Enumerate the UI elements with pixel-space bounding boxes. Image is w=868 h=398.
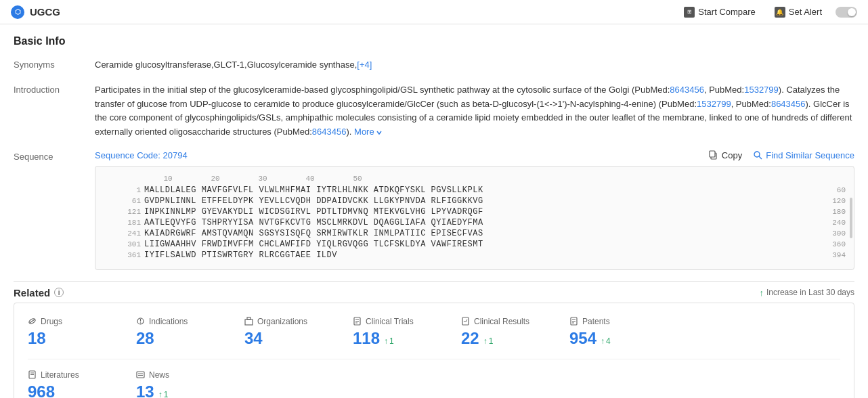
stat-value-row: 13 ↑ 1 (136, 382, 220, 398)
synonyms-row: Synonyms Ceramide glucosyltransferase,GL… (14, 58, 854, 72)
arrow-up-icon: ↑ (384, 336, 388, 346)
svg-rect-1 (710, 151, 715, 157)
stat-value-row: 18 (28, 329, 112, 348)
stat-label: Clinical Trials (353, 317, 437, 326)
svg-rect-10 (247, 317, 251, 319)
sequence-actions: Copy Find Similar Sequence (709, 150, 854, 160)
stat-badge: ↑ 1 (384, 336, 394, 346)
seq-num-right: 60 (819, 186, 846, 194)
arrow-up-icon: ↑ (601, 336, 605, 346)
sequence-line: 1MALLDLALEG MAVFGFVLFL VLWLMHFMAI IYTRLH… (104, 185, 846, 195)
pubmed5-link[interactable]: 8643456 (312, 127, 347, 137)
start-compare-button[interactable]: ⊞ Start Compare (678, 4, 761, 20)
sequence-line: 301LIIGWAAHHV FRWDIMVFFM CHCLAWFIFD YIQL… (104, 240, 846, 249)
stat-item[interactable]: Drugs 18 (28, 311, 123, 353)
chevron-down-icon (376, 129, 383, 136)
sequence-code[interactable]: Sequence Code: 20794 (95, 150, 188, 160)
intro-end2: ). (346, 127, 351, 137)
scrollbar[interactable] (850, 198, 852, 238)
seq-residues: IYIFLSALWD PTISWRTGRY RLRCGGTAEE ILDV (144, 250, 815, 260)
trial-icon (353, 317, 362, 326)
introduction-value: Participates in the initial step of the … (95, 83, 854, 139)
related-title: Related i (14, 287, 64, 298)
logo-icon: ⬡ (11, 5, 24, 19)
synonyms-label: Synonyms (14, 58, 95, 72)
main-content: Basic Info Synonyms Ceramide glucosyltra… (0, 24, 868, 398)
stat-label-text: News (149, 370, 169, 380)
svg-rect-9 (245, 319, 253, 325)
seq-num-left: 121 (104, 208, 141, 216)
sequence-header: Sequence Code: 20794 Copy Find Similar S… (95, 150, 854, 160)
stat-label: Patents (569, 317, 653, 326)
stat-item[interactable]: Patents 954 ↑ 4 (569, 311, 664, 353)
copy-label: Copy (722, 150, 742, 160)
intro-text-1: Participates in the initial step of the … (95, 85, 670, 95)
seq-num-left: 61 (104, 197, 141, 205)
pubmed4-link[interactable]: 8643456 (771, 99, 806, 109)
seq-num-left: 1 (104, 186, 141, 194)
basic-info-title: Basic Info (14, 35, 854, 47)
sequence-box[interactable]: 10 20 30 40 50 1MALLDLALEG MAVFGFVLFL VL… (95, 166, 854, 270)
svg-rect-24 (137, 372, 144, 378)
app-title: UGCG (30, 6, 60, 18)
alert-toggle[interactable] (836, 7, 857, 18)
stat-value-row: 118 ↑ 1 (353, 329, 437, 348)
arrow-up-icon: ↑ (483, 336, 487, 346)
more-link[interactable]: More (354, 125, 383, 139)
org-icon (244, 317, 254, 326)
seq-num-right: 360 (819, 240, 846, 248)
stat-number: 118 (353, 329, 380, 348)
stat-badge: ↑ 1 (483, 336, 494, 346)
svg-line-3 (759, 156, 762, 159)
related-info-icon[interactable]: i (54, 288, 64, 297)
sequence-row: Sequence Sequence Code: 20794 Copy Find … (14, 150, 854, 270)
stat-number: 13 (136, 382, 154, 398)
stat-badge: ↑ 1 (158, 390, 169, 398)
stat-item[interactable]: News 13 ↑ 1 (136, 365, 231, 398)
stat-label: News (136, 370, 220, 380)
compare-icon: ⊞ (684, 7, 695, 18)
sequence-label: Sequence (14, 150, 95, 270)
synonyms-more-link[interactable]: [+4] (357, 60, 372, 70)
stat-item[interactable]: Clinical Trials 118 ↑ 1 (353, 311, 448, 353)
set-alert-button[interactable]: 🔔 Set Alert (769, 4, 827, 20)
seq-num-left: 241 (104, 229, 141, 238)
stats-container: Drugs 18 Indications 28 Organizations 34 (14, 303, 854, 398)
find-similar-button[interactable]: Find Similar Sequence (753, 150, 854, 160)
stat-item[interactable]: Literatures 968 (28, 365, 123, 398)
seq-residues: KAIADRGWRF AMSTQVAMQN SGSYSISQFQ SRMIRWT… (144, 229, 815, 238)
sequence-lines: 1MALLDLALEG MAVFGFVLFL VLWLMHFMAI IYTRLH… (104, 185, 846, 260)
pubmed1-link[interactable]: 8643456 (670, 85, 704, 95)
find-similar-label: Find Similar Sequence (766, 150, 854, 160)
seq-num-right: 240 (819, 219, 846, 227)
toggle-knob (848, 8, 856, 16)
pubmed2-link[interactable]: 1532799 (744, 85, 779, 95)
stat-item[interactable]: Clinical Results 22 ↑ 1 (461, 311, 556, 353)
seq-residues: INPKINNLMP GYEVAKYDLI WICDSGIRVL PDTLTDM… (144, 207, 815, 217)
stat-number: 968 (28, 382, 55, 398)
stat-label: Organizations (244, 317, 328, 326)
related-label: Related (14, 287, 50, 298)
introduction-label: Introduction (14, 83, 95, 139)
svg-point-2 (754, 152, 760, 157)
seq-residues: MALLDLALEG MAVFGFVLFL VLWLMHFMAI IYTRLHL… (144, 185, 815, 195)
stat-label-text: Clinical Trials (366, 317, 414, 326)
indication-icon (136, 317, 146, 326)
start-compare-label: Start Compare (698, 7, 756, 17)
svg-point-8 (140, 323, 142, 324)
sequence-line: 241KAIADRGWRF AMSTQVAMQN SGSYSISQFQ SRMI… (104, 229, 846, 238)
related-header: Related i ↑ Increase in Last 30 days (14, 281, 854, 303)
stat-label: Drugs (28, 317, 112, 326)
seq-residues: AATLEQVYFG TSHPRYYISA NVTGFKCVTG MSCLMRK… (144, 218, 815, 227)
stats-row2: Literatures 968 News 13 ↑ 1 (28, 359, 840, 398)
copy-button[interactable]: Copy (709, 150, 742, 160)
news-icon (136, 370, 146, 380)
arrow-up-icon: ↑ (158, 390, 162, 398)
sequence-line: 361IYIFLSALWD PTISWRTGRY RLRCGGTAEE ILDV… (104, 250, 846, 260)
stat-item[interactable]: Organizations 34 (244, 311, 339, 353)
pubmed3-link[interactable]: 1532799 (697, 99, 731, 109)
stat-item[interactable]: Indications 28 (136, 311, 231, 353)
seq-residues: GVDPNLINNL ETFFELDYPK YEVLLCVQDH DDPAIDV… (144, 196, 815, 206)
stat-value-row: 34 (244, 329, 328, 348)
lit-icon (28, 370, 37, 380)
